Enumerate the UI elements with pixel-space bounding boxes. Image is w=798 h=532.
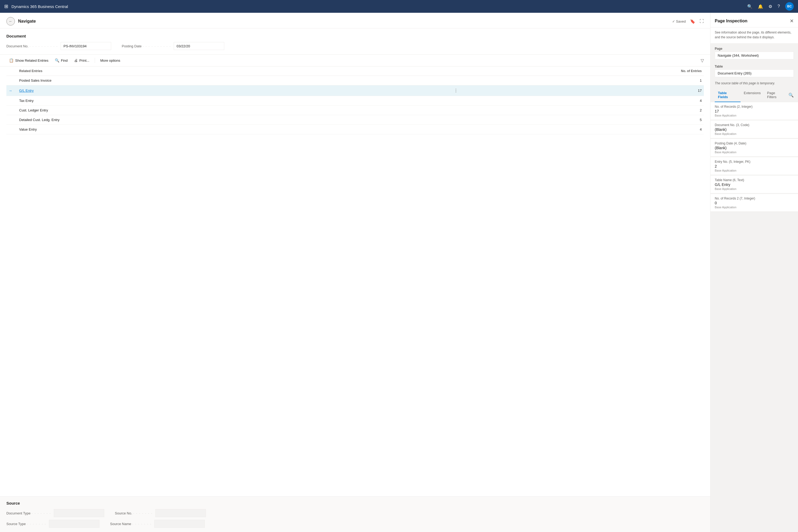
bookmark-icon[interactable]: 🔖 [690, 19, 695, 24]
toolbar: 📋 Show Related Entries 🔍 Find 🖨 Print...… [0, 55, 710, 66]
col-arrow [6, 66, 17, 76]
row-menu-cell [452, 125, 460, 134]
field-item-value: (Blank) [715, 146, 794, 150]
field-item: Document No. (3, Code) (Blank) Base Appl… [710, 120, 798, 138]
row-arrow-cell [6, 106, 17, 115]
fields-list: No. of Records (2, Integer) 17 Base Appl… [710, 102, 798, 532]
panel-table-section: Table Document Entry (265) [710, 61, 798, 79]
source-no-input[interactable] [155, 509, 206, 517]
field-item-name: Entry No. (5, Integer, PK) [715, 160, 794, 164]
table-row[interactable]: Tax Entry4 [6, 96, 704, 106]
search-icon[interactable]: 🔍 [747, 4, 753, 9]
posting-date-label: Posting Date · · · · · · · · · · [122, 44, 172, 48]
content-area: ← Navigate ✓ Saved 🔖 ⛶ Document Document… [0, 13, 710, 532]
doc-no-field: Document No. · · · · · · · · · · [6, 42, 111, 50]
posting-date-input[interactable] [174, 42, 224, 50]
panel-search-icon[interactable]: 🔍 [788, 88, 794, 102]
source-doc-type-input[interactable] [54, 509, 104, 517]
field-item-name: Document No. (3, Code) [715, 123, 794, 127]
main-layout: ← Navigate ✓ Saved 🔖 ⛶ Document Document… [0, 13, 798, 532]
source-form-row-2: Source Type · · · · · · · Source Name · … [6, 520, 704, 528]
table-row[interactable]: →G/L Entry⋮17 [6, 86, 704, 96]
more-options-label: More options [100, 58, 120, 62]
source-doc-type-label: Document Type · · · · · · · [6, 511, 52, 515]
notification-icon[interactable]: 🔔 [758, 4, 763, 9]
row-menu-cell [452, 96, 460, 106]
panel-page-label: Page [715, 47, 794, 51]
app-title: Dynamics 365 Business Central [12, 4, 744, 9]
field-item: Posting Date (4, Date) (Blank) Base Appl… [710, 139, 798, 157]
table-row[interactable]: Value Entry4 [6, 125, 704, 134]
nav-icons: 🔍 🔔 ⚙ ? BC [747, 2, 794, 11]
field-item: Table Name (6, Text) G/L Entry Base Appl… [710, 175, 798, 193]
entries-table: Related Entries No. of Entries Posted Sa… [6, 66, 704, 134]
source-name-input[interactable] [154, 520, 205, 528]
source-type-label: Source Type · · · · · · · [6, 522, 47, 526]
panel-close-button[interactable]: ✕ [790, 18, 794, 24]
find-button[interactable]: 🔍 Find [52, 57, 70, 64]
source-type-field: Source Type · · · · · · · [6, 520, 99, 528]
source-name-field: Source Name · · · · · · · [110, 520, 205, 528]
show-related-icon: 📋 [9, 58, 14, 62]
print-label: Print... [79, 58, 89, 62]
field-item-value: (Blank) [715, 128, 794, 132]
source-no-field: Source No. · · · · · · · [115, 509, 206, 517]
back-button[interactable]: ← [6, 17, 15, 25]
table-row[interactable]: Cust. Ledger Entry2 [6, 106, 704, 115]
back-icon: ← [9, 19, 13, 23]
row-count-cell: 4 [460, 96, 704, 106]
row-name-cell: Tax Entry [17, 96, 452, 106]
row-arrow-cell: → [6, 86, 17, 96]
row-context-menu-icon[interactable]: ⋮ [454, 88, 458, 93]
panel-table-label: Table [715, 65, 794, 68]
document-form-row: Document No. · · · · · · · · · · Posting… [6, 42, 704, 50]
field-item-name: No. of Records 2 (7, Integer) [715, 196, 794, 200]
row-name-cell: Cust. Ledger Entry [17, 106, 452, 115]
source-type-input[interactable] [49, 520, 99, 528]
user-avatar[interactable]: BC [785, 2, 794, 11]
panel-description: See information about the page, its diff… [710, 27, 798, 44]
row-count-cell: 1 [460, 76, 704, 86]
print-button[interactable]: 🖨 Print... [71, 57, 92, 64]
panel-title: Page Inspection [715, 19, 747, 23]
show-related-label: Show Related Entries [15, 58, 49, 62]
row-count-cell: 5 [460, 115, 704, 125]
tab-extensions[interactable]: Extensions [741, 88, 764, 102]
row-entry-link[interactable]: G/L Entry [19, 89, 34, 93]
show-related-entries-button[interactable]: 📋 Show Related Entries [6, 57, 51, 64]
field-item-value: 0 [715, 201, 794, 205]
source-section-label: Source [6, 501, 704, 506]
filter-icon[interactable]: ▽ [701, 58, 704, 63]
more-options-button[interactable]: More options [98, 57, 123, 64]
row-name-cell[interactable]: G/L Entry [17, 86, 452, 96]
table-row[interactable]: Posted Sales Invoice1 [6, 76, 704, 86]
field-item-source: Base Application [715, 132, 794, 135]
posting-date-field: Posting Date · · · · · · · · · · [122, 42, 224, 50]
field-item-value: 2 [715, 164, 794, 168]
row-arrow-cell [6, 125, 17, 134]
tab-table-fields[interactable]: Table Fields [715, 88, 741, 102]
row-count-cell: 2 [460, 106, 704, 115]
table-header-row: Related Entries No. of Entries [6, 66, 704, 76]
print-icon: 🖨 [74, 58, 78, 62]
tab-page-filters[interactable]: Page Filters [764, 88, 788, 102]
field-item: No. of Records 2 (7, Integer) 0 Base App… [710, 194, 798, 212]
expand-icon[interactable]: ⛶ [700, 19, 704, 24]
field-item: Entry No. (5, Integer, PK) 2 Base Applic… [710, 157, 798, 175]
table-area: Related Entries No. of Entries Posted Sa… [0, 66, 710, 496]
field-item-source: Base Application [715, 114, 794, 117]
field-item-source: Base Application [715, 187, 794, 190]
panel-page-section: Page Navigate (344, Worksheet) [710, 44, 798, 61]
help-icon[interactable]: ? [778, 4, 780, 9]
find-icon: 🔍 [55, 58, 59, 62]
col-related-entries: Related Entries [17, 66, 452, 76]
doc-no-input[interactable] [61, 42, 111, 50]
top-nav: ⊞ Dynamics 365 Business Central 🔍 🔔 ⚙ ? … [0, 0, 798, 13]
app-grid-icon[interactable]: ⊞ [4, 3, 8, 9]
doc-no-label: Document No. · · · · · · · · · · [6, 44, 58, 48]
panel-tabs: Table Fields Extensions Page Filters 🔍 [710, 88, 798, 102]
document-section-label: Document [6, 34, 704, 38]
table-row[interactable]: Detailed Cust. Ledg. Entry5 [6, 115, 704, 125]
settings-icon[interactable]: ⚙ [768, 4, 772, 9]
row-menu-cell [452, 115, 460, 125]
